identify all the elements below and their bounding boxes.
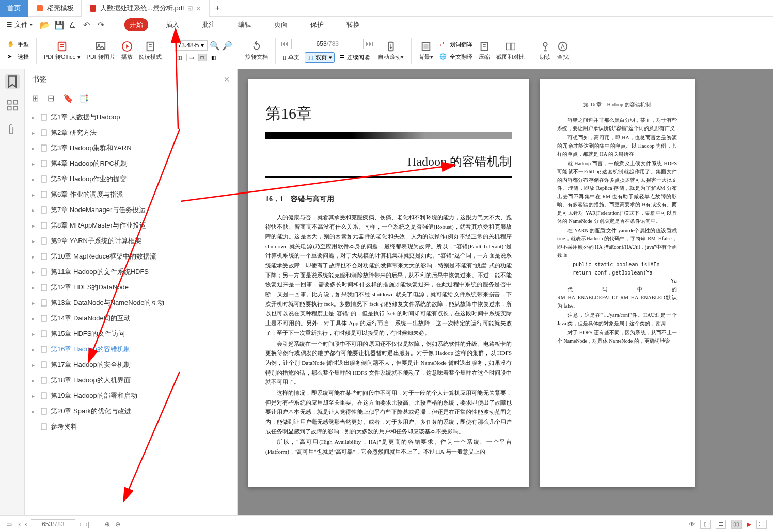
bookmark-item[interactable]: ▸第5章 Hadoop作业的提交 xyxy=(25,171,237,187)
bookmark-item[interactable]: ▸第20章 Spark的优化与改进 xyxy=(25,404,237,419)
redo-icon[interactable]: ↷ xyxy=(98,20,107,29)
menu-tab-page[interactable]: 页面 xyxy=(269,18,293,31)
expand-arrow-icon[interactable]: ▸ xyxy=(32,269,37,275)
status-marker1[interactable]: ⊕ xyxy=(105,521,110,528)
expand-arrow-icon[interactable]: ▸ xyxy=(32,192,37,198)
full-translate[interactable]: 🌐全文翻译 xyxy=(437,52,475,62)
menu-tab-comment[interactable]: 批注 xyxy=(197,18,220,31)
fit-width[interactable]: ◫ xyxy=(175,54,184,61)
bm-bookmark-icon[interactable]: 🔖 xyxy=(63,93,72,103)
select-tool[interactable]: ➤选择 xyxy=(5,52,31,62)
zoom-value[interactable]: 73.48% ▾ xyxy=(175,40,208,51)
bm-add-icon[interactable]: ⊞ xyxy=(32,93,41,103)
read-aloud[interactable]: 朗读 xyxy=(538,40,553,62)
bookmark-item[interactable]: ▸第19章 Hadoop的部署和启动 xyxy=(25,388,237,404)
view-fullscreen[interactable]: ⛶ xyxy=(756,520,767,529)
bookmark-item[interactable]: ▸第9章 YARN子系统的计算框架 xyxy=(25,233,237,249)
rail-attachments[interactable] xyxy=(5,122,20,136)
bookmark-item[interactable]: ▸第6章 作业的调度与指派 xyxy=(25,187,237,202)
nav-next[interactable]: › xyxy=(80,521,82,528)
zoom-in[interactable]: 🔎 xyxy=(222,41,232,51)
pdf-to-image[interactable]: PDF转图片 xyxy=(85,40,117,62)
read-mode[interactable]: 阅读模式 xyxy=(137,40,164,62)
zoom-out[interactable]: 🔍 xyxy=(210,41,220,51)
save-icon[interactable]: 💾 xyxy=(54,20,64,29)
expand-arrow-icon[interactable]: ▸ xyxy=(32,238,37,244)
expand-arrow-icon[interactable]: ▸ xyxy=(32,362,37,368)
expand-arrow-icon[interactable]: ▸ xyxy=(32,223,37,229)
play-status[interactable]: ▶ xyxy=(747,521,751,528)
tab-document[interactable]: 大数据处理系统...景分析.pdf ◱ ✕ xyxy=(82,0,210,17)
find[interactable]: A 查找 xyxy=(555,40,571,62)
bookmarks-close[interactable]: ✕ xyxy=(224,75,230,84)
expand-arrow-icon[interactable]: ▸ xyxy=(32,207,37,213)
bookmark-item[interactable]: ▸第2章 研究方法 xyxy=(25,125,237,140)
tab-home[interactable]: 首页 xyxy=(0,0,28,17)
rail-bookmarks[interactable] xyxy=(5,74,20,89)
nav-first[interactable]: |‹ xyxy=(17,521,21,528)
play-button[interactable]: 播放 xyxy=(119,40,135,62)
bookmark-item[interactable]: ▸第11章 Hadoop的文件系统HDFS xyxy=(25,264,237,280)
view-single[interactable]: ▯ xyxy=(700,520,711,529)
menu-tab-convert[interactable]: 转换 xyxy=(341,18,365,31)
view-double[interactable]: ▯▯ xyxy=(731,520,742,529)
menu-tab-insert[interactable]: 插入 xyxy=(161,18,184,31)
auto-scroll[interactable]: 自动滚动▾ xyxy=(376,40,406,62)
nav-prev[interactable]: ‹ xyxy=(25,521,27,528)
expand-arrow-icon[interactable]: ▸ xyxy=(32,254,37,260)
tab-add[interactable]: + xyxy=(210,4,226,13)
menu-file[interactable]: ☰ 文件 ▾ xyxy=(6,20,33,29)
document-viewer[interactable]: 第16章 Hadoop 的容错机制 16．1 容错与高可用 人的健康与否，就看其… xyxy=(238,69,773,515)
menu-tab-protect[interactable]: 保护 xyxy=(305,18,329,31)
fit-visible[interactable]: ◧ xyxy=(209,54,218,61)
expand-arrow-icon[interactable]: ▸ xyxy=(32,393,37,399)
bookmark-item[interactable]: ▸第15章 HDFS的文件访问 xyxy=(25,326,237,342)
rotate-doc[interactable]: 旋转文档 xyxy=(243,40,270,62)
actual-size[interactable]: □ xyxy=(198,54,207,61)
open-icon[interactable]: 📂 xyxy=(40,20,49,29)
expand-arrow-icon[interactable]: ▸ xyxy=(32,130,37,136)
expand-arrow-icon[interactable]: ▸ xyxy=(32,378,37,383)
bookmark-item[interactable]: ▸第8章 MRAppMaster与作业投运 xyxy=(25,218,237,233)
screenshot-compare[interactable]: 截图和对比 xyxy=(494,40,527,62)
page-first[interactable]: ⏮ xyxy=(281,39,289,49)
bookmark-item[interactable]: ▸第10章 MapReduce框架中的数据流 xyxy=(25,249,237,264)
bookmark-item[interactable]: ▸第4章 Hadoop的RPC机制 xyxy=(25,156,237,171)
expand-arrow-icon[interactable]: ▸ xyxy=(32,300,37,306)
bm-expand-icon[interactable]: ⊟ xyxy=(48,93,57,103)
menu-tab-edit[interactable]: 编辑 xyxy=(233,18,257,31)
bookmark-item[interactable]: ▸第16章 Hadoop的容错机制 xyxy=(25,342,237,357)
expand-arrow-icon[interactable]: ▸ xyxy=(32,347,37,352)
bookmark-item[interactable]: 参考资料 xyxy=(25,419,237,434)
menu-tab-start[interactable]: 开始 xyxy=(124,18,148,31)
bm-bookmark2-icon[interactable]: 📑 xyxy=(78,93,88,103)
background[interactable]: 背景▾ xyxy=(417,40,435,62)
expand-arrow-icon[interactable]: ▸ xyxy=(32,331,37,337)
fit-page[interactable]: ▭ xyxy=(186,54,196,61)
rail-thumbnails[interactable] xyxy=(5,98,20,112)
bookmark-item[interactable]: ▸第13章 DataNode与NameNode的互动 xyxy=(25,295,237,311)
expand-arrow-icon[interactable]: ▸ xyxy=(32,409,37,414)
tab-template[interactable]: 稻壳模板 xyxy=(28,0,82,17)
expand-arrow-icon[interactable]: ▸ xyxy=(32,285,37,291)
word-translate[interactable]: ⇄划词翻译 xyxy=(437,40,475,50)
expand-arrow-icon[interactable]: ▸ xyxy=(32,161,37,167)
bookmark-item[interactable]: ▸第1章 大数据与Hadoop xyxy=(25,109,237,125)
hand-tool[interactable]: ✋手型 xyxy=(5,40,31,50)
bookmark-item[interactable]: ▸第12章 HDFS的DataNode xyxy=(25,280,237,295)
compress[interactable]: 压缩 xyxy=(477,40,492,62)
bookmark-item[interactable]: ▸第7章 NodeManager与任务投运 xyxy=(25,202,237,218)
single-page[interactable]: ▯单页 xyxy=(281,52,302,63)
pdf-to-office[interactable]: PDF转Office ▾ xyxy=(42,40,83,62)
status-marker2[interactable]: ⊖ xyxy=(115,521,120,528)
expand-arrow-icon[interactable]: ▸ xyxy=(32,176,37,182)
expand-arrow-icon[interactable]: ▸ xyxy=(32,316,37,321)
status-collapse[interactable]: ▭ xyxy=(6,521,12,528)
undo-icon[interactable]: ↶ xyxy=(83,20,92,29)
bookmark-item[interactable]: ▸第14章 DataNode间的互动 xyxy=(25,311,237,326)
expand-arrow-icon[interactable]: ▸ xyxy=(32,146,37,151)
eye-icon[interactable]: 👁 xyxy=(689,521,695,528)
tab-close[interactable]: ✕ xyxy=(196,5,202,11)
double-page[interactable]: ▯▯双页 ▾ xyxy=(305,52,335,63)
bookmark-item[interactable]: ▸第18章 Hadoop的人机界面 xyxy=(25,373,237,388)
